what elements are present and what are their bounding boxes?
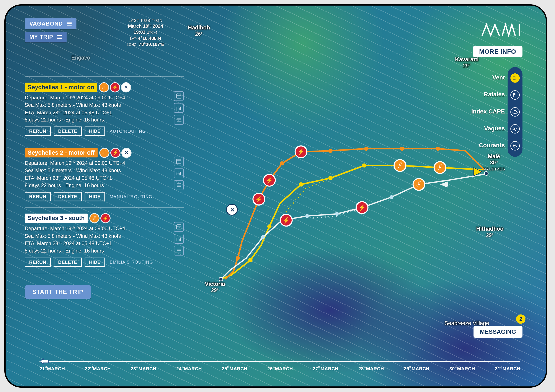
map-view-icon[interactable] — [174, 157, 184, 166]
route-badge: ⚡ — [101, 214, 110, 222]
map-view-icon[interactable] — [174, 91, 184, 101]
layer-toggle[interactable]: Rafales — [510, 90, 520, 100]
timeline-tick: 27ᵗʰMARCH — [313, 366, 338, 372]
menu-icon — [57, 35, 62, 39]
map-label-seabreeze: Seabreeze Village — [445, 320, 489, 326]
layer-toggle[interactable]: Vent — [510, 73, 520, 83]
timeline-tick: 31ˢᵗMARCH — [495, 366, 520, 372]
route-details: Departure: March 19ᵗʰ 2024 at 09:00 UTC+… — [25, 225, 169, 255]
layer-toggle[interactable]: Vagues — [510, 124, 520, 133]
chart-view-icon[interactable] — [174, 103, 184, 113]
route-badge: ⚡ — [111, 149, 120, 157]
delete-button[interactable]: DELETE — [54, 257, 82, 267]
route-title[interactable]: Seychelles 3 - south — [25, 214, 88, 223]
layer-toggle[interactable]: Courants — [510, 141, 520, 150]
routing-note: AUTO ROUTING — [110, 129, 146, 134]
chart-view-icon[interactable] — [174, 169, 184, 178]
hide-button[interactable]: HIDE — [85, 192, 105, 201]
list-view-icon[interactable] — [174, 180, 184, 190]
chart-view-icon[interactable] — [174, 234, 184, 244]
layer-label: Courants — [479, 142, 505, 149]
svg-marker-42 — [40, 359, 48, 364]
start-trip-button[interactable]: START THE TRIP — [25, 285, 91, 299]
map-label-kavaratti: Kavaratti29° — [455, 57, 479, 69]
route-badge: ✕ — [122, 83, 130, 92]
sidebar: VAGABOND MY TRIP LAST POSITION March 19ᵗ… — [25, 18, 184, 299]
svg-rect-40 — [177, 225, 181, 229]
layer-label: Vagues — [484, 125, 505, 132]
route-badge: ⚡ — [111, 83, 119, 92]
route-card: Seychelles 3 - south ☄⚡ Departure: March… — [25, 214, 184, 267]
delete-button[interactable]: DELETE — [54, 192, 82, 201]
route-badge: ✕ — [122, 149, 131, 157]
trip-selector-label: MY TRIP — [29, 34, 53, 40]
layer-label: Index CAPE — [471, 108, 505, 115]
layer-icon — [510, 107, 520, 116]
route-details: Departure: March 19ᵗʰ 2024 at 09:00 UTC+… — [25, 94, 169, 124]
timeline-track[interactable] — [39, 361, 520, 362]
route-card: Seychelles 1 - motor on ☄⚡✕ Departure: M… — [25, 83, 184, 136]
route-badge: ☄ — [90, 214, 99, 222]
delete-button[interactable]: DELETE — [54, 127, 82, 136]
routing-note: EMILIA'S ROUTING — [110, 260, 153, 264]
map-label-hadiboh: Hadiboh26° — [188, 25, 210, 37]
layer-toggle[interactable]: Index CAPE — [510, 107, 520, 116]
rerun-button[interactable]: RERUN — [25, 192, 51, 201]
menu-icon — [66, 22, 72, 26]
layer-icon — [510, 90, 520, 100]
hide-button[interactable]: HIDE — [85, 257, 105, 267]
boat-selector-button[interactable]: VAGABOND — [25, 18, 76, 29]
map-label-victoria: Victoria29° — [205, 281, 225, 293]
timeline-tick: 26ᵗʰMARCH — [267, 366, 293, 372]
map-label-hithadhoo: Hithadhoo29° — [476, 226, 504, 238]
route-title[interactable]: Seychelles 2 - motor off — [25, 148, 98, 157]
trip-selector-button[interactable]: MY TRIP — [25, 32, 67, 43]
timeline-tick: 25ᵗʰMARCH — [222, 366, 247, 372]
list-view-icon[interactable] — [174, 115, 184, 125]
svg-rect-39 — [177, 159, 181, 164]
messaging-button[interactable]: MESSAGING — [474, 326, 522, 338]
timeline-ticks: 21ˢᵗMARCH22ⁿᵈMARCH23ʳᵈMARCH24ᵗʰMARCH25ᵗʰ… — [39, 366, 520, 372]
layer-icon — [510, 141, 520, 150]
more-info-button[interactable]: MORE INFO — [473, 46, 522, 57]
timeline-tick: 29ᵗʰMARCH — [404, 366, 430, 372]
timeline-tick: 28ᵗʰMARCH — [358, 366, 384, 372]
map-view-icon[interactable] — [174, 222, 184, 232]
rerun-button[interactable]: RERUN — [25, 127, 51, 136]
last-position-block: LAST POSITION March 19ᵗʰ 2024 19:03 UTC+… — [112, 18, 180, 48]
layer-label: Rafales — [484, 91, 505, 98]
timeline-tick: 22ⁿᵈMARCH — [85, 366, 111, 372]
routing-note: MANUAL ROUTING — [110, 194, 153, 199]
svg-rect-38 — [177, 94, 181, 98]
route-card: Seychelles 2 - motor off ☄⚡✕ Departure: … — [25, 148, 184, 201]
layer-toolbar: Vent Rafales Index CAPE Vagues Courants — [508, 67, 522, 157]
messaging-badge: 2 — [516, 314, 526, 324]
rerun-button[interactable]: RERUN — [25, 257, 51, 267]
app-frame: Hadiboh26° Kavaratti29° Malé30°MALDIVES … — [4, 4, 547, 388]
list-view-icon[interactable] — [174, 246, 184, 256]
timeline-tick: 23ʳᵈMARCH — [131, 366, 156, 372]
hide-button[interactable]: HIDE — [85, 127, 105, 136]
timeline-tick: 21ˢᵗMARCH — [39, 366, 65, 372]
route-details: Departure: March 19ᵗʰ 2024 at 09:00 UTC+… — [25, 160, 169, 189]
timeline-handle[interactable] — [39, 358, 49, 365]
logo — [480, 22, 522, 41]
route-badge: ☄ — [100, 149, 109, 157]
route-badge: ☄ — [100, 83, 108, 92]
timeline[interactable]: 21ˢᵗMARCH22ⁿᵈMARCH23ʳᵈMARCH24ᵗʰMARCH25ᵗʰ… — [39, 361, 520, 371]
timeline-tick: 30ᵗʰMARCH — [449, 366, 475, 372]
boat-selector-label: VAGABOND — [29, 20, 63, 27]
map-label-male: Malé30°MALDIVES — [482, 153, 505, 171]
route-title[interactable]: Seychelles 1 - motor on — [25, 83, 97, 92]
layer-icon — [510, 73, 520, 83]
layer-label: Vent — [492, 74, 505, 81]
layer-icon — [510, 124, 520, 133]
timeline-tick: 24ᵗʰMARCH — [176, 366, 202, 372]
